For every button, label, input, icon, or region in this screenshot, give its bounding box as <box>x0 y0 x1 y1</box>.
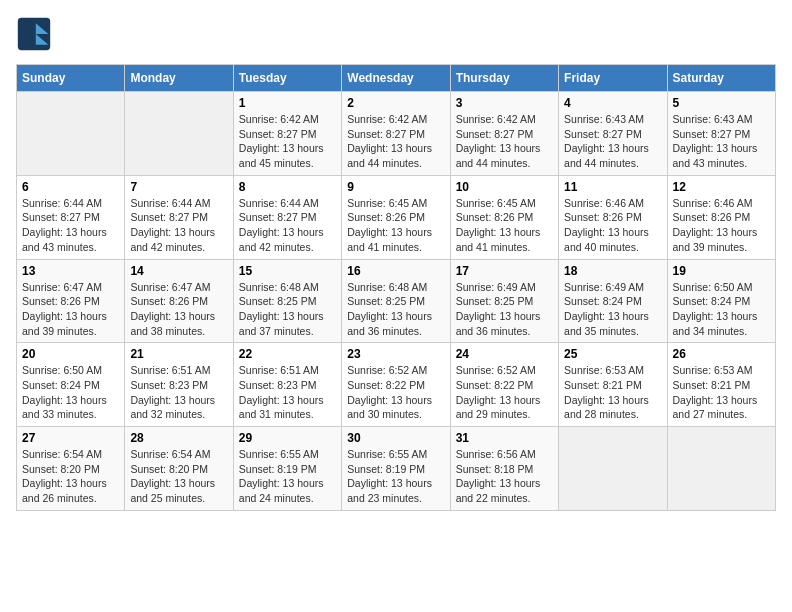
weekday-header-cell: Saturday <box>667 65 775 92</box>
calendar-cell: 30Sunrise: 6:55 AM Sunset: 8:19 PM Dayli… <box>342 427 450 511</box>
weekday-header-cell: Tuesday <box>233 65 341 92</box>
cell-info: Sunrise: 6:44 AM Sunset: 8:27 PM Dayligh… <box>130 196 227 255</box>
weekday-header-cell: Sunday <box>17 65 125 92</box>
cell-info: Sunrise: 6:55 AM Sunset: 8:19 PM Dayligh… <box>347 447 444 506</box>
calendar-cell: 3Sunrise: 6:42 AM Sunset: 8:27 PM Daylig… <box>450 92 558 176</box>
calendar-cell: 15Sunrise: 6:48 AM Sunset: 8:25 PM Dayli… <box>233 259 341 343</box>
calendar-cell: 10Sunrise: 6:45 AM Sunset: 8:26 PM Dayli… <box>450 175 558 259</box>
calendar-week-row: 27Sunrise: 6:54 AM Sunset: 8:20 PM Dayli… <box>17 427 776 511</box>
weekday-header-row: SundayMondayTuesdayWednesdayThursdayFrid… <box>17 65 776 92</box>
calendar-cell: 21Sunrise: 6:51 AM Sunset: 8:23 PM Dayli… <box>125 343 233 427</box>
calendar-cell: 19Sunrise: 6:50 AM Sunset: 8:24 PM Dayli… <box>667 259 775 343</box>
day-number: 19 <box>673 264 770 278</box>
calendar-cell: 24Sunrise: 6:52 AM Sunset: 8:22 PM Dayli… <box>450 343 558 427</box>
logo-icon <box>16 16 52 52</box>
calendar-cell: 29Sunrise: 6:55 AM Sunset: 8:19 PM Dayli… <box>233 427 341 511</box>
day-number: 26 <box>673 347 770 361</box>
day-number: 15 <box>239 264 336 278</box>
weekday-header-cell: Wednesday <box>342 65 450 92</box>
day-number: 29 <box>239 431 336 445</box>
day-number: 11 <box>564 180 661 194</box>
page-header <box>16 16 776 52</box>
cell-info: Sunrise: 6:48 AM Sunset: 8:25 PM Dayligh… <box>239 280 336 339</box>
cell-info: Sunrise: 6:42 AM Sunset: 8:27 PM Dayligh… <box>456 112 553 171</box>
day-number: 20 <box>22 347 119 361</box>
day-number: 6 <box>22 180 119 194</box>
cell-info: Sunrise: 6:43 AM Sunset: 8:27 PM Dayligh… <box>564 112 661 171</box>
calendar-cell: 27Sunrise: 6:54 AM Sunset: 8:20 PM Dayli… <box>17 427 125 511</box>
day-number: 7 <box>130 180 227 194</box>
calendar-cell: 12Sunrise: 6:46 AM Sunset: 8:26 PM Dayli… <box>667 175 775 259</box>
calendar-cell: 1Sunrise: 6:42 AM Sunset: 8:27 PM Daylig… <box>233 92 341 176</box>
day-number: 8 <box>239 180 336 194</box>
calendar-cell: 28Sunrise: 6:54 AM Sunset: 8:20 PM Dayli… <box>125 427 233 511</box>
day-number: 25 <box>564 347 661 361</box>
calendar-cell: 18Sunrise: 6:49 AM Sunset: 8:24 PM Dayli… <box>559 259 667 343</box>
calendar-cell: 14Sunrise: 6:47 AM Sunset: 8:26 PM Dayli… <box>125 259 233 343</box>
day-number: 24 <box>456 347 553 361</box>
cell-info: Sunrise: 6:46 AM Sunset: 8:26 PM Dayligh… <box>673 196 770 255</box>
cell-info: Sunrise: 6:49 AM Sunset: 8:25 PM Dayligh… <box>456 280 553 339</box>
day-number: 28 <box>130 431 227 445</box>
cell-info: Sunrise: 6:48 AM Sunset: 8:25 PM Dayligh… <box>347 280 444 339</box>
cell-info: Sunrise: 6:51 AM Sunset: 8:23 PM Dayligh… <box>239 363 336 422</box>
calendar-cell <box>17 92 125 176</box>
day-number: 2 <box>347 96 444 110</box>
cell-info: Sunrise: 6:52 AM Sunset: 8:22 PM Dayligh… <box>347 363 444 422</box>
calendar-cell <box>667 427 775 511</box>
cell-info: Sunrise: 6:53 AM Sunset: 8:21 PM Dayligh… <box>673 363 770 422</box>
calendar-cell: 25Sunrise: 6:53 AM Sunset: 8:21 PM Dayli… <box>559 343 667 427</box>
calendar-cell: 7Sunrise: 6:44 AM Sunset: 8:27 PM Daylig… <box>125 175 233 259</box>
day-number: 16 <box>347 264 444 278</box>
calendar-week-row: 1Sunrise: 6:42 AM Sunset: 8:27 PM Daylig… <box>17 92 776 176</box>
day-number: 1 <box>239 96 336 110</box>
calendar-cell: 2Sunrise: 6:42 AM Sunset: 8:27 PM Daylig… <box>342 92 450 176</box>
weekday-header-cell: Monday <box>125 65 233 92</box>
calendar-cell: 16Sunrise: 6:48 AM Sunset: 8:25 PM Dayli… <box>342 259 450 343</box>
day-number: 3 <box>456 96 553 110</box>
day-number: 27 <box>22 431 119 445</box>
cell-info: Sunrise: 6:45 AM Sunset: 8:26 PM Dayligh… <box>347 196 444 255</box>
day-number: 23 <box>347 347 444 361</box>
cell-info: Sunrise: 6:47 AM Sunset: 8:26 PM Dayligh… <box>22 280 119 339</box>
cell-info: Sunrise: 6:56 AM Sunset: 8:18 PM Dayligh… <box>456 447 553 506</box>
day-number: 18 <box>564 264 661 278</box>
calendar-week-row: 6Sunrise: 6:44 AM Sunset: 8:27 PM Daylig… <box>17 175 776 259</box>
day-number: 10 <box>456 180 553 194</box>
cell-info: Sunrise: 6:44 AM Sunset: 8:27 PM Dayligh… <box>22 196 119 255</box>
cell-info: Sunrise: 6:50 AM Sunset: 8:24 PM Dayligh… <box>673 280 770 339</box>
calendar-cell: 17Sunrise: 6:49 AM Sunset: 8:25 PM Dayli… <box>450 259 558 343</box>
day-number: 31 <box>456 431 553 445</box>
cell-info: Sunrise: 6:42 AM Sunset: 8:27 PM Dayligh… <box>347 112 444 171</box>
logo <box>16 16 56 52</box>
calendar-week-row: 13Sunrise: 6:47 AM Sunset: 8:26 PM Dayli… <box>17 259 776 343</box>
calendar-cell: 20Sunrise: 6:50 AM Sunset: 8:24 PM Dayli… <box>17 343 125 427</box>
cell-info: Sunrise: 6:54 AM Sunset: 8:20 PM Dayligh… <box>130 447 227 506</box>
cell-info: Sunrise: 6:50 AM Sunset: 8:24 PM Dayligh… <box>22 363 119 422</box>
calendar-cell: 9Sunrise: 6:45 AM Sunset: 8:26 PM Daylig… <box>342 175 450 259</box>
cell-info: Sunrise: 6:42 AM Sunset: 8:27 PM Dayligh… <box>239 112 336 171</box>
cell-info: Sunrise: 6:55 AM Sunset: 8:19 PM Dayligh… <box>239 447 336 506</box>
calendar-cell <box>125 92 233 176</box>
calendar-cell: 31Sunrise: 6:56 AM Sunset: 8:18 PM Dayli… <box>450 427 558 511</box>
cell-info: Sunrise: 6:51 AM Sunset: 8:23 PM Dayligh… <box>130 363 227 422</box>
calendar-cell: 13Sunrise: 6:47 AM Sunset: 8:26 PM Dayli… <box>17 259 125 343</box>
weekday-header-cell: Thursday <box>450 65 558 92</box>
cell-info: Sunrise: 6:46 AM Sunset: 8:26 PM Dayligh… <box>564 196 661 255</box>
calendar-week-row: 20Sunrise: 6:50 AM Sunset: 8:24 PM Dayli… <box>17 343 776 427</box>
day-number: 5 <box>673 96 770 110</box>
day-number: 12 <box>673 180 770 194</box>
calendar-body: 1Sunrise: 6:42 AM Sunset: 8:27 PM Daylig… <box>17 92 776 511</box>
calendar-cell: 11Sunrise: 6:46 AM Sunset: 8:26 PM Dayli… <box>559 175 667 259</box>
weekday-header-cell: Friday <box>559 65 667 92</box>
day-number: 22 <box>239 347 336 361</box>
calendar-cell <box>559 427 667 511</box>
day-number: 9 <box>347 180 444 194</box>
cell-info: Sunrise: 6:47 AM Sunset: 8:26 PM Dayligh… <box>130 280 227 339</box>
calendar-cell: 22Sunrise: 6:51 AM Sunset: 8:23 PM Dayli… <box>233 343 341 427</box>
day-number: 4 <box>564 96 661 110</box>
calendar-cell: 4Sunrise: 6:43 AM Sunset: 8:27 PM Daylig… <box>559 92 667 176</box>
calendar-cell: 5Sunrise: 6:43 AM Sunset: 8:27 PM Daylig… <box>667 92 775 176</box>
calendar-cell: 23Sunrise: 6:52 AM Sunset: 8:22 PM Dayli… <box>342 343 450 427</box>
cell-info: Sunrise: 6:45 AM Sunset: 8:26 PM Dayligh… <box>456 196 553 255</box>
